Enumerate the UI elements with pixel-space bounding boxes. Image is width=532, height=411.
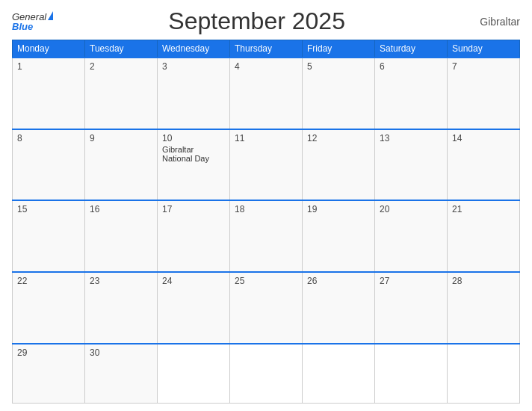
- table-row: [303, 344, 375, 404]
- table-row: 21: [448, 200, 520, 272]
- table-row: 27: [375, 272, 448, 344]
- day-number: 14: [452, 133, 515, 143]
- table-row: 18: [230, 200, 303, 272]
- table-row: 4: [230, 58, 303, 129]
- table-row: 25: [230, 272, 303, 344]
- table-row: 24: [158, 272, 230, 344]
- table-row: [375, 344, 448, 404]
- table-row: 8: [13, 129, 85, 201]
- logo-blue-text: Blue: [12, 22, 33, 31]
- col-saturday: Saturday: [375, 40, 448, 58]
- table-row: [448, 344, 520, 404]
- table-row: 2: [85, 58, 158, 129]
- day-number: 27: [380, 276, 442, 286]
- day-number: 4: [235, 61, 297, 72]
- col-friday: Friday: [303, 40, 375, 58]
- region-label: Gibraltar: [460, 16, 520, 28]
- day-number: 16: [90, 204, 152, 214]
- col-tuesday: Tuesday: [85, 40, 158, 58]
- week-row-3: 15161718192021: [13, 200, 520, 272]
- day-number: 24: [162, 276, 225, 286]
- table-row: [230, 344, 303, 404]
- day-number: 30: [90, 347, 152, 358]
- table-row: 3: [158, 58, 230, 129]
- day-number: 3: [162, 61, 225, 72]
- col-monday: Monday: [13, 40, 85, 58]
- table-row: 22: [13, 272, 85, 344]
- table-row: [158, 344, 230, 404]
- day-number: 26: [307, 276, 370, 286]
- table-row: 19: [303, 200, 375, 272]
- table-row: 23: [85, 272, 158, 344]
- col-thursday: Thursday: [230, 40, 303, 58]
- logo-general-text: General: [12, 12, 46, 22]
- day-number: 1: [17, 61, 80, 72]
- day-number: 5: [307, 61, 370, 72]
- logo: General Blue: [12, 12, 53, 31]
- table-row: 6: [375, 58, 448, 129]
- day-number: 25: [235, 276, 297, 286]
- calendar-event: Gibraltar National Day: [162, 145, 225, 163]
- day-number: 17: [162, 204, 225, 214]
- day-number: 20: [380, 204, 442, 214]
- week-row-1: 1234567: [13, 58, 520, 129]
- day-number: 10: [162, 133, 225, 143]
- day-number: 15: [17, 204, 80, 214]
- day-number: 21: [452, 204, 515, 214]
- day-number: 23: [90, 276, 152, 286]
- table-row: 1: [13, 58, 85, 129]
- table-row: 30: [85, 344, 158, 404]
- day-number: 12: [307, 133, 370, 143]
- day-number: 8: [17, 133, 80, 143]
- table-row: 10Gibraltar National Day: [158, 129, 230, 201]
- day-number: 2: [90, 61, 152, 72]
- table-row: 29: [13, 344, 85, 404]
- table-row: 7: [448, 58, 520, 129]
- table-row: 11: [230, 129, 303, 201]
- col-wednesday: Wednesday: [158, 40, 230, 58]
- day-number: 18: [235, 204, 297, 214]
- day-number: 11: [235, 133, 297, 143]
- week-row-2: 8910Gibraltar National Day11121314: [13, 129, 520, 201]
- table-row: 28: [448, 272, 520, 344]
- calendar-title: September 2025: [53, 7, 460, 35]
- week-row-5: 2930: [13, 344, 520, 404]
- table-row: 17: [158, 200, 230, 272]
- calendar-header-row: Monday Tuesday Wednesday Thursday Friday…: [13, 40, 520, 58]
- table-row: 20: [375, 200, 448, 272]
- day-number: 22: [17, 276, 80, 286]
- table-row: 15: [13, 200, 85, 272]
- logo-triangle-icon: [48, 11, 53, 20]
- day-number: 29: [17, 347, 80, 358]
- table-row: 16: [85, 200, 158, 272]
- day-number: 7: [452, 61, 515, 72]
- table-row: 14: [448, 129, 520, 201]
- col-sunday: Sunday: [448, 40, 520, 58]
- calendar-table: Monday Tuesday Wednesday Thursday Friday…: [12, 40, 520, 404]
- table-row: 5: [303, 58, 375, 129]
- table-row: 9: [85, 129, 158, 201]
- table-row: 13: [375, 129, 448, 201]
- day-number: 9: [90, 133, 152, 143]
- day-number: 13: [380, 133, 442, 143]
- header: General Blue September 2025 Gibraltar: [12, 7, 520, 35]
- day-number: 19: [307, 204, 370, 214]
- table-row: 26: [303, 272, 375, 344]
- day-number: 28: [452, 276, 515, 286]
- table-row: 12: [303, 129, 375, 201]
- week-row-4: 22232425262728: [13, 272, 520, 344]
- day-number: 6: [380, 61, 442, 72]
- page: General Blue September 2025 Gibraltar Mo…: [0, 0, 532, 411]
